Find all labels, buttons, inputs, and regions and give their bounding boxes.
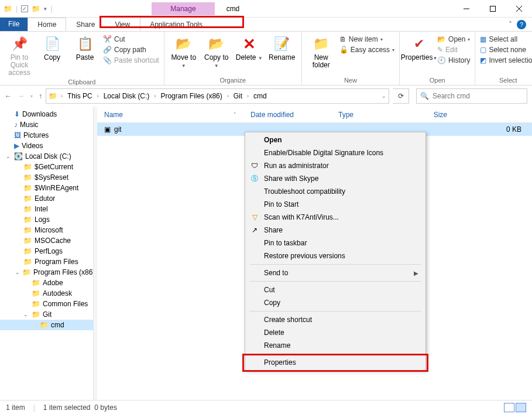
- tree-item-folder[interactable]: 📁$SysReset: [0, 172, 93, 183]
- delete-button[interactable]: ✕ Delete ▼: [235, 33, 264, 61]
- new-folder-button[interactable]: 📁 New folder: [307, 33, 336, 69]
- ctx-properties[interactable]: Properties: [245, 356, 425, 369]
- tree-item-pictures[interactable]: 🖼Pictures: [0, 130, 93, 141]
- tree-item-music[interactable]: ♪Music: [0, 119, 93, 130]
- tree-item-folder[interactable]: 📁Program Files: [0, 256, 93, 267]
- paste-shortcut-button[interactable]: 📎Paste shortcut: [103, 56, 159, 64]
- chevron-right-icon[interactable]: ›: [59, 93, 65, 99]
- nav-tree[interactable]: ⬇Downloads ♪Music 🖼Pictures ▶Videos ⌄💽Lo…: [0, 107, 94, 400]
- forward-button[interactable]: →: [18, 92, 25, 100]
- address-bar[interactable]: 📁 › This PC› Local Disk (C:)› Program Fi…: [46, 88, 389, 104]
- ctx-k7-scan[interactable]: ▽Scan with K7AntiVirus...: [245, 211, 425, 224]
- tab-file[interactable]: File: [0, 18, 28, 31]
- column-date[interactable]: Date modified: [243, 111, 331, 119]
- tree-item-folder[interactable]: ⌄📁Program Files (x86): [0, 267, 93, 278]
- tree-item-folder[interactable]: 📁MSOCache: [0, 235, 93, 246]
- tree-item-downloads[interactable]: ⬇Downloads: [0, 109, 93, 119]
- tree-item-folder[interactable]: 📁Logs: [0, 214, 93, 225]
- column-type[interactable]: Type: [331, 111, 407, 119]
- ctx-share[interactable]: ↗Share: [245, 224, 425, 237]
- breadcrumb-item[interactable]: Git: [232, 92, 243, 100]
- edit-button[interactable]: ✎Edit: [437, 46, 470, 54]
- move-to-button[interactable]: 📂 Move to ▼: [169, 33, 198, 69]
- column-size[interactable]: Size: [407, 111, 454, 119]
- paste-button[interactable]: 📋 Paste: [70, 33, 99, 61]
- minimize-button[interactable]: [453, 0, 479, 18]
- close-button[interactable]: [506, 0, 532, 18]
- tree-item-folder[interactable]: 📁Intel: [0, 204, 93, 214]
- collapse-ribbon-icon[interactable]: ˄: [509, 20, 512, 29]
- breadcrumb-item[interactable]: Local Disk (C:): [102, 92, 151, 100]
- ctx-restore-versions[interactable]: Restore previous versions: [245, 249, 425, 262]
- breadcrumb-item[interactable]: Program Files (x86): [159, 92, 223, 100]
- copy-to-button[interactable]: 📂 Copy to ▼: [202, 33, 231, 69]
- history-button[interactable]: 🕘History: [437, 56, 470, 64]
- expander-icon[interactable]: ⌄: [23, 312, 29, 317]
- ctx-pin-taskbar[interactable]: Pin to taskbar: [245, 237, 425, 249]
- ctx-pin-start[interactable]: Pin to Start: [245, 198, 425, 211]
- tree-item-folder[interactable]: 📁PerfLogs: [0, 246, 93, 256]
- icons-view-button[interactable]: [516, 403, 526, 412]
- tab-view[interactable]: View: [105, 18, 140, 31]
- expander-icon[interactable]: ⌄: [15, 269, 20, 275]
- ctx-share-skype[interactable]: ⓈShare with Skype: [245, 172, 425, 185]
- select-all-button[interactable]: ▦Select all: [480, 35, 532, 43]
- details-view-button[interactable]: [504, 403, 514, 412]
- chevron-right-icon[interactable]: ›: [245, 93, 251, 99]
- tree-item-folder[interactable]: 📁Microsoft: [0, 225, 93, 235]
- group-label: Organize: [169, 76, 297, 85]
- tab-application-tools[interactable]: Application Tools: [140, 18, 212, 31]
- address-dropdown-icon[interactable]: ⌄: [382, 93, 386, 99]
- manage-contextual-tab[interactable]: Manage: [152, 2, 214, 15]
- maximize-button[interactable]: [479, 0, 506, 18]
- breadcrumb-item[interactable]: cmd: [252, 92, 268, 100]
- help-icon[interactable]: ?: [517, 20, 526, 29]
- properties-button[interactable]: ✔ Properties▼: [404, 33, 434, 61]
- up-button[interactable]: ↑: [39, 92, 42, 100]
- chevron-right-icon[interactable]: ›: [225, 93, 231, 99]
- tree-item-folder[interactable]: 📁$GetCurrent: [0, 162, 93, 172]
- tree-item-videos[interactable]: ▶Videos: [0, 141, 93, 151]
- ctx-create-shortcut[interactable]: Create shortcut: [245, 313, 425, 326]
- ctx-troubleshoot[interactable]: Troubleshoot compatibility: [245, 185, 425, 198]
- tree-item-folder[interactable]: 📁Edutor: [0, 193, 93, 204]
- new-item-button[interactable]: 🗎New item ▾: [339, 35, 394, 43]
- tree-item-local-disk[interactable]: ⌄💽Local Disk (C:): [0, 151, 93, 162]
- easy-access-button[interactable]: 🔓Easy access ▾: [339, 46, 394, 54]
- tab-share[interactable]: Share: [66, 18, 105, 31]
- tree-item-folder[interactable]: 📁Autodesk: [0, 288, 93, 299]
- back-button[interactable]: ←: [5, 92, 12, 100]
- tree-item-cmd[interactable]: 📁cmd: [0, 320, 93, 330]
- select-none-button[interactable]: ▢Select none: [480, 46, 532, 54]
- pin-to-quick-access-button[interactable]: 📌 Pin to Quick access: [5, 33, 34, 77]
- tree-item-folder[interactable]: 📁$WinREAgent: [0, 183, 93, 193]
- copy-path-button[interactable]: 🔗Copy path: [103, 46, 159, 54]
- cut-button[interactable]: ✂️Cut: [103, 35, 159, 43]
- search-box[interactable]: 🔍 Search cmd: [416, 88, 527, 104]
- recent-locations-button[interactable]: ▾: [30, 94, 33, 99]
- tree-item-folder[interactable]: 📁Adobe: [0, 278, 93, 288]
- qat-checkbox-icon[interactable]: ✓: [21, 5, 28, 12]
- ctx-rename[interactable]: Rename: [245, 339, 425, 352]
- chevron-right-icon[interactable]: ›: [95, 93, 101, 99]
- invert-selection-button[interactable]: ◩Invert selection: [480, 56, 532, 64]
- tree-item-folder[interactable]: 📁Common Files: [0, 299, 93, 309]
- ctx-cut[interactable]: Cut: [245, 283, 425, 296]
- chevron-right-icon[interactable]: ›: [152, 93, 158, 99]
- breadcrumb-item[interactable]: This PC: [66, 92, 94, 100]
- tree-item-folder[interactable]: ⌄📁Git: [0, 309, 93, 320]
- ctx-digital-signature[interactable]: Enable/Disable Digital Signature Icons: [245, 146, 425, 159]
- refresh-button[interactable]: ⟳: [393, 88, 409, 104]
- ctx-run-as-admin[interactable]: 🛡Run as administrator: [245, 159, 425, 172]
- column-name[interactable]: Name˄: [97, 111, 243, 119]
- tab-home[interactable]: Home: [28, 18, 66, 31]
- ctx-delete[interactable]: Delete: [245, 326, 425, 339]
- ctx-copy[interactable]: Copy: [245, 296, 425, 309]
- open-button[interactable]: 📂Open ▾: [437, 35, 470, 43]
- copy-button[interactable]: 📄 Copy: [37, 33, 67, 61]
- ctx-send-to[interactable]: Send to▶: [245, 266, 425, 279]
- rename-button[interactable]: 📝 Rename: [267, 33, 297, 61]
- ctx-open[interactable]: Open: [245, 134, 425, 146]
- qat-dropdown-icon[interactable]: ▾: [44, 6, 47, 12]
- expander-icon[interactable]: ⌄: [6, 153, 12, 159]
